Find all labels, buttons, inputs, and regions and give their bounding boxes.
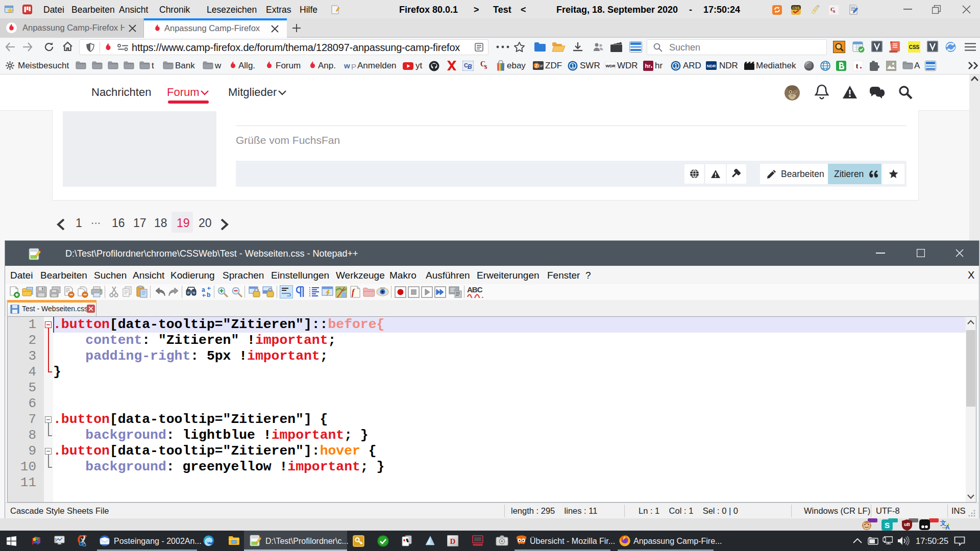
svg-text:a: a [202, 286, 205, 293]
svg-text:hr: hr [645, 63, 651, 69]
svg-text:S: S [885, 521, 890, 530]
svg-text:CSS: CSS [792, 6, 800, 10]
svg-text:s: s [833, 8, 836, 14]
svg-text:1: 1 [674, 63, 677, 69]
svg-text:1: 1 [571, 63, 574, 69]
svg-text:b: b [207, 291, 210, 298]
svg-text:B: B [468, 63, 472, 70]
svg-text:NDR: NDR [707, 64, 716, 68]
svg-text:CSS: CSS [909, 44, 920, 50]
svg-text:WDR: WDR [605, 64, 615, 68]
svg-text:t: t [856, 62, 859, 70]
svg-text:DF: DF [538, 64, 544, 68]
svg-text:A: A [945, 524, 950, 530]
svg-text:D: D [450, 537, 456, 545]
svg-text:uB: uB [904, 522, 910, 527]
